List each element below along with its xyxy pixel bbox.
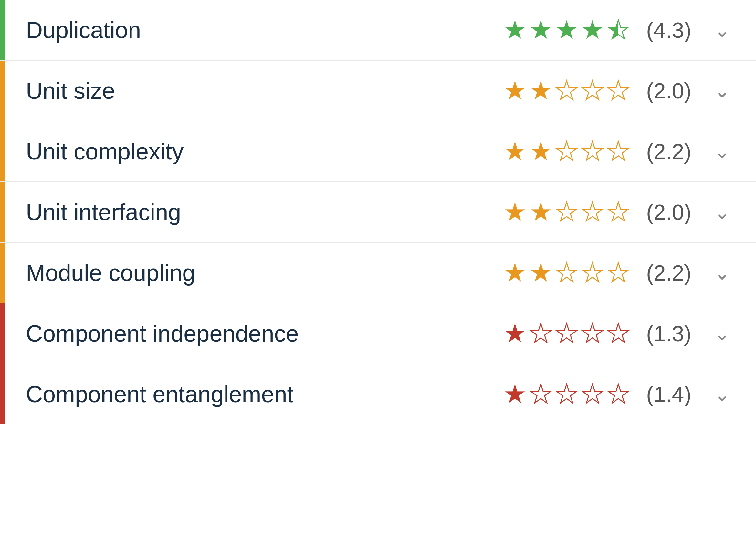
status-bar-unit-complexity bbox=[0, 121, 5, 182]
metric-label-unit-complexity: Unit complexity bbox=[0, 138, 184, 165]
rating-value-unit-size: (2.0) bbox=[646, 78, 691, 103]
star-component-entanglement-0: ★ bbox=[503, 381, 527, 407]
status-bar-unit-interfacing bbox=[0, 182, 5, 242]
metric-right-unit-complexity: ★★★★★(2.2)⌄ bbox=[503, 139, 730, 164]
status-bar-duplication bbox=[0, 0, 5, 60]
star-module-coupling-3: ★ bbox=[581, 260, 604, 286]
metric-label-component-entanglement: Component entanglement bbox=[0, 381, 294, 407]
expand-chevron-duplication[interactable]: ⌄ bbox=[714, 19, 730, 41]
metric-right-component-independence: ★★★★★(1.3)⌄ bbox=[503, 320, 730, 346]
star-component-entanglement-2: ★ bbox=[555, 381, 578, 407]
star-component-independence-3: ★ bbox=[581, 320, 604, 346]
star-component-entanglement-3: ★ bbox=[581, 381, 604, 407]
expand-chevron-unit-complexity[interactable]: ⌄ bbox=[714, 140, 730, 163]
star-unit-interfacing-4: ★ bbox=[607, 199, 630, 225]
star-module-coupling-1: ★ bbox=[529, 260, 552, 286]
expand-chevron-module-coupling[interactable]: ⌄ bbox=[714, 262, 730, 284]
star-unit-complexity-1: ★ bbox=[529, 139, 552, 164]
metric-row-unit-complexity: Unit complexity★★★★★(2.2)⌄ bbox=[0, 121, 756, 182]
star-unit-interfacing-0: ★ bbox=[503, 199, 527, 225]
rating-value-unit-interfacing: (2.0) bbox=[646, 200, 691, 225]
star-module-coupling-2: ★ bbox=[555, 260, 578, 286]
star-duplication-2: ★ bbox=[555, 17, 578, 43]
star-unit-size-0: ★ bbox=[503, 78, 527, 104]
metric-right-component-entanglement: ★★★★★(1.4)⌄ bbox=[503, 381, 730, 407]
star-module-coupling-0: ★ bbox=[503, 260, 527, 286]
rating-value-component-independence: (1.3) bbox=[646, 321, 691, 346]
metric-label-module-coupling: Module coupling bbox=[0, 260, 195, 286]
star-unit-complexity-2: ★ bbox=[555, 139, 578, 164]
star-duplication-4: ★★★ bbox=[607, 17, 630, 43]
metric-right-unit-size: ★★★★★(2.0)⌄ bbox=[503, 78, 730, 104]
star-unit-interfacing-1: ★ bbox=[529, 199, 552, 225]
expand-chevron-unit-interfacing[interactable]: ⌄ bbox=[714, 201, 730, 224]
metric-right-module-coupling: ★★★★★(2.2)⌄ bbox=[503, 260, 730, 286]
metric-label-unit-interfacing: Unit interfacing bbox=[0, 199, 181, 225]
star-duplication-0: ★ bbox=[503, 17, 527, 43]
star-unit-interfacing-3: ★ bbox=[581, 199, 604, 225]
star-unit-size-3: ★ bbox=[581, 78, 604, 104]
rating-value-component-entanglement: (1.4) bbox=[646, 381, 691, 407]
star-duplication-1: ★ bbox=[529, 17, 552, 43]
metrics-list: Duplication★★★★★★★(4.3)⌄Unit size★★★★★(2… bbox=[0, 0, 756, 424]
expand-chevron-unit-size[interactable]: ⌄ bbox=[714, 79, 730, 102]
metric-row-unit-size: Unit size★★★★★(2.0)⌄ bbox=[0, 61, 756, 121]
metric-label-unit-size: Unit size bbox=[0, 78, 115, 104]
rating-value-duplication: (4.3) bbox=[646, 17, 691, 43]
rating-value-module-coupling: (2.2) bbox=[646, 260, 691, 285]
expand-chevron-component-entanglement[interactable]: ⌄ bbox=[714, 383, 730, 405]
star-component-independence-0: ★ bbox=[503, 320, 527, 346]
star-component-entanglement-4: ★ bbox=[607, 381, 630, 407]
metric-row-unit-interfacing: Unit interfacing★★★★★(2.0)⌄ bbox=[0, 182, 756, 243]
star-component-independence-2: ★ bbox=[555, 320, 578, 346]
star-component-entanglement-1: ★ bbox=[529, 381, 552, 407]
star-unit-complexity-3: ★ bbox=[581, 139, 604, 164]
star-module-coupling-4: ★ bbox=[607, 260, 630, 286]
stars-unit-size: ★★★★★ bbox=[503, 78, 630, 104]
metric-row-component-entanglement: Component entanglement★★★★★(1.4)⌄ bbox=[0, 364, 756, 424]
metric-right-unit-interfacing: ★★★★★(2.0)⌄ bbox=[503, 199, 730, 225]
status-bar-component-entanglement bbox=[0, 364, 5, 424]
metric-row-module-coupling: Module coupling★★★★★(2.2)⌄ bbox=[0, 243, 756, 303]
stars-module-coupling: ★★★★★ bbox=[503, 260, 630, 286]
metric-label-component-independence: Component independence bbox=[0, 320, 299, 347]
star-unit-interfacing-2: ★ bbox=[555, 199, 578, 225]
status-bar-unit-size bbox=[0, 61, 5, 121]
expand-chevron-component-independence[interactable]: ⌄ bbox=[714, 322, 730, 345]
metric-row-component-independence: Component independence★★★★★(1.3)⌄ bbox=[0, 303, 756, 364]
star-unit-complexity-4: ★ bbox=[607, 139, 630, 164]
metric-row-duplication: Duplication★★★★★★★(4.3)⌄ bbox=[0, 0, 756, 61]
stars-unit-interfacing: ★★★★★ bbox=[503, 199, 630, 225]
star-component-independence-4: ★ bbox=[607, 320, 630, 346]
status-bar-component-independence bbox=[0, 303, 5, 363]
metric-label-duplication: Duplication bbox=[0, 17, 141, 43]
star-unit-size-1: ★ bbox=[529, 78, 552, 104]
star-duplication-3: ★ bbox=[581, 17, 604, 43]
star-unit-complexity-0: ★ bbox=[503, 139, 527, 164]
stars-component-entanglement: ★★★★★ bbox=[503, 381, 630, 407]
star-unit-size-4: ★ bbox=[607, 78, 630, 104]
status-bar-module-coupling bbox=[0, 243, 5, 303]
stars-unit-complexity: ★★★★★ bbox=[503, 139, 630, 164]
star-component-independence-1: ★ bbox=[529, 320, 552, 346]
metric-right-duplication: ★★★★★★★(4.3)⌄ bbox=[503, 17, 730, 43]
stars-duplication: ★★★★★★★ bbox=[503, 17, 630, 43]
rating-value-unit-complexity: (2.2) bbox=[646, 139, 691, 164]
star-unit-size-2: ★ bbox=[555, 78, 578, 104]
stars-component-independence: ★★★★★ bbox=[503, 320, 630, 346]
